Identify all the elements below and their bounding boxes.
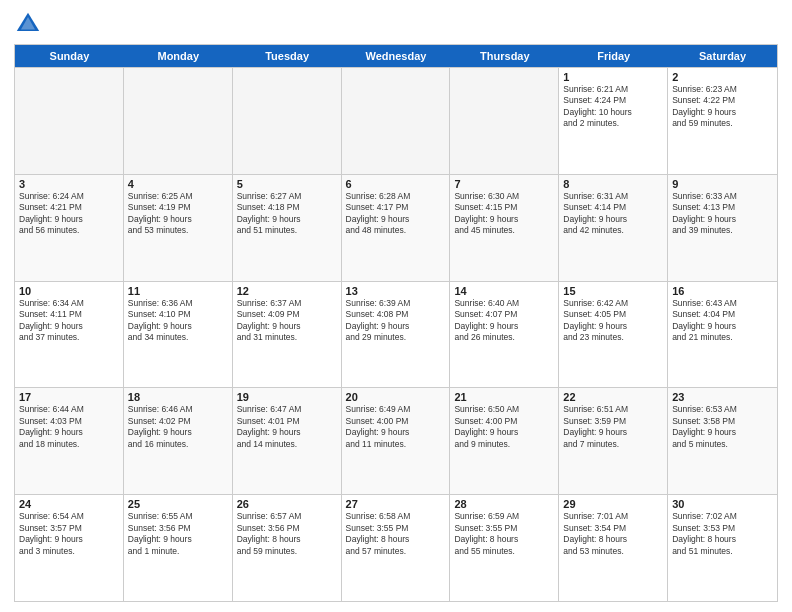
day-cell-22: 22Sunrise: 6:51 AM Sunset: 3:59 PM Dayli… bbox=[559, 388, 668, 494]
day-cell-24: 24Sunrise: 6:54 AM Sunset: 3:57 PM Dayli… bbox=[15, 495, 124, 601]
day-number: 7 bbox=[454, 178, 554, 190]
day-cell-15: 15Sunrise: 6:42 AM Sunset: 4:05 PM Dayli… bbox=[559, 282, 668, 388]
calendar-header: SundayMondayTuesdayWednesdayThursdayFrid… bbox=[15, 45, 777, 67]
empty-cell bbox=[233, 68, 342, 174]
calendar-row: 1Sunrise: 6:21 AM Sunset: 4:24 PM Daylig… bbox=[15, 67, 777, 174]
day-number: 24 bbox=[19, 498, 119, 510]
day-cell-23: 23Sunrise: 6:53 AM Sunset: 3:58 PM Dayli… bbox=[668, 388, 777, 494]
weekday-header-saturday: Saturday bbox=[668, 45, 777, 67]
day-number: 19 bbox=[237, 391, 337, 403]
weekday-header-monday: Monday bbox=[124, 45, 233, 67]
day-cell-10: 10Sunrise: 6:34 AM Sunset: 4:11 PM Dayli… bbox=[15, 282, 124, 388]
day-number: 22 bbox=[563, 391, 663, 403]
day-cell-9: 9Sunrise: 6:33 AM Sunset: 4:13 PM Daylig… bbox=[668, 175, 777, 281]
logo-area bbox=[14, 10, 44, 38]
day-info: Sunrise: 6:39 AM Sunset: 4:08 PM Dayligh… bbox=[346, 298, 446, 344]
day-number: 11 bbox=[128, 285, 228, 297]
day-info: Sunrise: 6:46 AM Sunset: 4:02 PM Dayligh… bbox=[128, 404, 228, 450]
day-number: 21 bbox=[454, 391, 554, 403]
day-cell-18: 18Sunrise: 6:46 AM Sunset: 4:02 PM Dayli… bbox=[124, 388, 233, 494]
day-cell-14: 14Sunrise: 6:40 AM Sunset: 4:07 PM Dayli… bbox=[450, 282, 559, 388]
day-number: 26 bbox=[237, 498, 337, 510]
weekday-header-sunday: Sunday bbox=[15, 45, 124, 67]
day-number: 3 bbox=[19, 178, 119, 190]
day-info: Sunrise: 6:53 AM Sunset: 3:58 PM Dayligh… bbox=[672, 404, 773, 450]
day-info: Sunrise: 7:01 AM Sunset: 3:54 PM Dayligh… bbox=[563, 511, 663, 557]
weekday-header-friday: Friday bbox=[559, 45, 668, 67]
day-cell-1: 1Sunrise: 6:21 AM Sunset: 4:24 PM Daylig… bbox=[559, 68, 668, 174]
day-info: Sunrise: 6:51 AM Sunset: 3:59 PM Dayligh… bbox=[563, 404, 663, 450]
day-number: 17 bbox=[19, 391, 119, 403]
day-info: Sunrise: 6:58 AM Sunset: 3:55 PM Dayligh… bbox=[346, 511, 446, 557]
day-info: Sunrise: 7:02 AM Sunset: 3:53 PM Dayligh… bbox=[672, 511, 773, 557]
day-info: Sunrise: 6:23 AM Sunset: 4:22 PM Dayligh… bbox=[672, 84, 773, 130]
page: SundayMondayTuesdayWednesdayThursdayFrid… bbox=[0, 0, 792, 612]
day-number: 23 bbox=[672, 391, 773, 403]
day-cell-26: 26Sunrise: 6:57 AM Sunset: 3:56 PM Dayli… bbox=[233, 495, 342, 601]
calendar-row: 24Sunrise: 6:54 AM Sunset: 3:57 PM Dayli… bbox=[15, 494, 777, 601]
day-number: 18 bbox=[128, 391, 228, 403]
header bbox=[14, 10, 778, 38]
day-number: 12 bbox=[237, 285, 337, 297]
day-info: Sunrise: 6:55 AM Sunset: 3:56 PM Dayligh… bbox=[128, 511, 228, 557]
day-cell-21: 21Sunrise: 6:50 AM Sunset: 4:00 PM Dayli… bbox=[450, 388, 559, 494]
day-info: Sunrise: 6:37 AM Sunset: 4:09 PM Dayligh… bbox=[237, 298, 337, 344]
empty-cell bbox=[124, 68, 233, 174]
day-info: Sunrise: 6:49 AM Sunset: 4:00 PM Dayligh… bbox=[346, 404, 446, 450]
day-info: Sunrise: 6:59 AM Sunset: 3:55 PM Dayligh… bbox=[454, 511, 554, 557]
day-cell-19: 19Sunrise: 6:47 AM Sunset: 4:01 PM Dayli… bbox=[233, 388, 342, 494]
calendar: SundayMondayTuesdayWednesdayThursdayFrid… bbox=[14, 44, 778, 602]
day-cell-13: 13Sunrise: 6:39 AM Sunset: 4:08 PM Dayli… bbox=[342, 282, 451, 388]
day-info: Sunrise: 6:24 AM Sunset: 4:21 PM Dayligh… bbox=[19, 191, 119, 237]
day-number: 6 bbox=[346, 178, 446, 190]
day-info: Sunrise: 6:57 AM Sunset: 3:56 PM Dayligh… bbox=[237, 511, 337, 557]
day-number: 13 bbox=[346, 285, 446, 297]
day-info: Sunrise: 6:43 AM Sunset: 4:04 PM Dayligh… bbox=[672, 298, 773, 344]
day-info: Sunrise: 6:36 AM Sunset: 4:10 PM Dayligh… bbox=[128, 298, 228, 344]
day-cell-27: 27Sunrise: 6:58 AM Sunset: 3:55 PM Dayli… bbox=[342, 495, 451, 601]
day-cell-12: 12Sunrise: 6:37 AM Sunset: 4:09 PM Dayli… bbox=[233, 282, 342, 388]
calendar-row: 3Sunrise: 6:24 AM Sunset: 4:21 PM Daylig… bbox=[15, 174, 777, 281]
day-cell-28: 28Sunrise: 6:59 AM Sunset: 3:55 PM Dayli… bbox=[450, 495, 559, 601]
day-number: 9 bbox=[672, 178, 773, 190]
day-info: Sunrise: 6:34 AM Sunset: 4:11 PM Dayligh… bbox=[19, 298, 119, 344]
calendar-row: 17Sunrise: 6:44 AM Sunset: 4:03 PM Dayli… bbox=[15, 387, 777, 494]
day-cell-20: 20Sunrise: 6:49 AM Sunset: 4:00 PM Dayli… bbox=[342, 388, 451, 494]
empty-cell bbox=[342, 68, 451, 174]
day-info: Sunrise: 6:31 AM Sunset: 4:14 PM Dayligh… bbox=[563, 191, 663, 237]
calendar-row: 10Sunrise: 6:34 AM Sunset: 4:11 PM Dayli… bbox=[15, 281, 777, 388]
day-info: Sunrise: 6:50 AM Sunset: 4:00 PM Dayligh… bbox=[454, 404, 554, 450]
day-cell-6: 6Sunrise: 6:28 AM Sunset: 4:17 PM Daylig… bbox=[342, 175, 451, 281]
day-cell-30: 30Sunrise: 7:02 AM Sunset: 3:53 PM Dayli… bbox=[668, 495, 777, 601]
day-number: 5 bbox=[237, 178, 337, 190]
day-info: Sunrise: 6:44 AM Sunset: 4:03 PM Dayligh… bbox=[19, 404, 119, 450]
day-info: Sunrise: 6:33 AM Sunset: 4:13 PM Dayligh… bbox=[672, 191, 773, 237]
day-cell-29: 29Sunrise: 7:01 AM Sunset: 3:54 PM Dayli… bbox=[559, 495, 668, 601]
day-cell-5: 5Sunrise: 6:27 AM Sunset: 4:18 PM Daylig… bbox=[233, 175, 342, 281]
day-info: Sunrise: 6:25 AM Sunset: 4:19 PM Dayligh… bbox=[128, 191, 228, 237]
day-cell-8: 8Sunrise: 6:31 AM Sunset: 4:14 PM Daylig… bbox=[559, 175, 668, 281]
day-number: 16 bbox=[672, 285, 773, 297]
weekday-header-thursday: Thursday bbox=[450, 45, 559, 67]
day-number: 20 bbox=[346, 391, 446, 403]
day-info: Sunrise: 6:30 AM Sunset: 4:15 PM Dayligh… bbox=[454, 191, 554, 237]
day-number: 30 bbox=[672, 498, 773, 510]
day-number: 28 bbox=[454, 498, 554, 510]
day-number: 25 bbox=[128, 498, 228, 510]
day-info: Sunrise: 6:27 AM Sunset: 4:18 PM Dayligh… bbox=[237, 191, 337, 237]
day-info: Sunrise: 6:21 AM Sunset: 4:24 PM Dayligh… bbox=[563, 84, 663, 130]
day-info: Sunrise: 6:47 AM Sunset: 4:01 PM Dayligh… bbox=[237, 404, 337, 450]
weekday-header-tuesday: Tuesday bbox=[233, 45, 342, 67]
day-info: Sunrise: 6:54 AM Sunset: 3:57 PM Dayligh… bbox=[19, 511, 119, 557]
day-cell-11: 11Sunrise: 6:36 AM Sunset: 4:10 PM Dayli… bbox=[124, 282, 233, 388]
day-number: 10 bbox=[19, 285, 119, 297]
day-number: 27 bbox=[346, 498, 446, 510]
calendar-body: 1Sunrise: 6:21 AM Sunset: 4:24 PM Daylig… bbox=[15, 67, 777, 601]
day-cell-3: 3Sunrise: 6:24 AM Sunset: 4:21 PM Daylig… bbox=[15, 175, 124, 281]
day-cell-25: 25Sunrise: 6:55 AM Sunset: 3:56 PM Dayli… bbox=[124, 495, 233, 601]
empty-cell bbox=[450, 68, 559, 174]
day-number: 29 bbox=[563, 498, 663, 510]
day-cell-17: 17Sunrise: 6:44 AM Sunset: 4:03 PM Dayli… bbox=[15, 388, 124, 494]
day-cell-16: 16Sunrise: 6:43 AM Sunset: 4:04 PM Dayli… bbox=[668, 282, 777, 388]
day-number: 14 bbox=[454, 285, 554, 297]
